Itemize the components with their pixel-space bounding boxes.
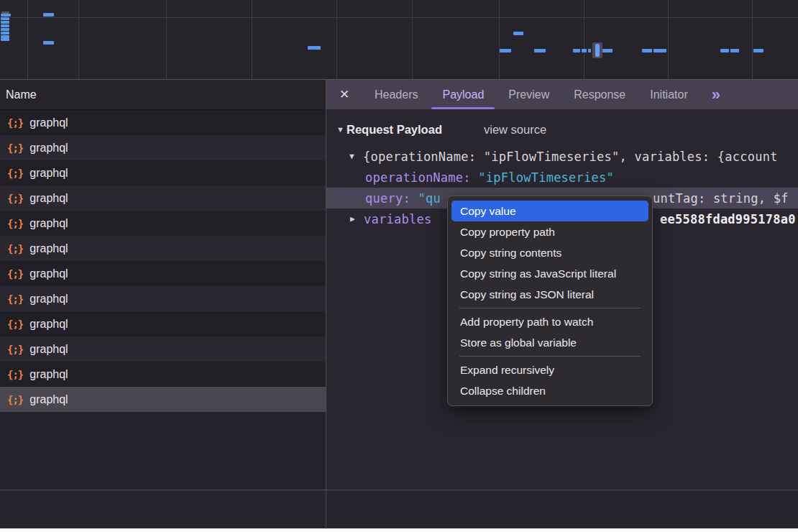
timeline-request-bar bbox=[588, 49, 591, 52]
request-payload-section-header: ▼ Request Payload view source bbox=[326, 119, 798, 140]
tab-headers[interactable]: Headers bbox=[362, 80, 430, 109]
json-braces-icon: {;} bbox=[7, 344, 23, 355]
json-braces-icon: {;} bbox=[7, 142, 23, 154]
request-row[interactable]: {;}graphql bbox=[0, 211, 326, 236]
timeline-request-bar bbox=[534, 49, 546, 52]
timeline-request-bar bbox=[1, 17, 9, 20]
context-menu: Copy valueCopy property pathCopy string … bbox=[447, 196, 653, 406]
request-name: graphql bbox=[29, 167, 68, 180]
tree-row-operation-name[interactable]: operationName: "ipFlowTimeseries" bbox=[326, 167, 798, 188]
timeline-request-bar bbox=[753, 49, 763, 52]
tab-response[interactable]: Response bbox=[561, 80, 638, 109]
timeline-gridline bbox=[0, 17, 798, 18]
request-name: graphql bbox=[29, 393, 68, 406]
menu-item-expand-recursively[interactable]: Expand recursively bbox=[451, 359, 648, 380]
detail-tab-bar: ✕ HeadersPayloadPreviewResponseInitiator… bbox=[326, 80, 798, 109]
request-name: graphql bbox=[29, 116, 68, 129]
close-detail-button[interactable]: ✕ bbox=[326, 80, 362, 109]
json-braces-icon: {;} bbox=[7, 268, 23, 280]
request-row[interactable]: {;}graphql bbox=[0, 311, 326, 336]
section-expand-icon[interactable]: ▼ bbox=[336, 125, 347, 134]
menu-item-copy-string-as-json-literal[interactable]: Copy string as JSON literal bbox=[451, 284, 648, 305]
request-list: {;}graphql{;}graphql{;}graphql{;}graphql… bbox=[0, 110, 326, 412]
menu-item-copy-string-as-javascript-literal[interactable]: Copy string as JavaScript literal bbox=[451, 263, 648, 284]
request-row[interactable]: {;}graphql bbox=[0, 160, 326, 185]
menu-item-collapse-children[interactable]: Collapse children bbox=[451, 380, 648, 401]
json-braces-icon: {;} bbox=[7, 369, 23, 380]
tab-preview[interactable]: Preview bbox=[496, 80, 561, 109]
timeline-gridline bbox=[412, 0, 413, 79]
timeline-request-bar bbox=[1, 21, 9, 24]
property-value-start: "qu bbox=[418, 191, 440, 206]
more-tabs-button[interactable]: » bbox=[700, 80, 732, 109]
screenshot-bottom-edge bbox=[0, 528, 798, 532]
chevron-double-right-icon: » bbox=[712, 86, 720, 104]
detail-tabs: HeadersPayloadPreviewResponseInitiator bbox=[362, 80, 700, 109]
property-value-tail: ee5588fdad995178a0 bbox=[660, 212, 796, 226]
timeline-request-bar bbox=[43, 41, 54, 45]
timeline-request-bar bbox=[1, 14, 11, 17]
json-braces-icon: {;} bbox=[7, 117, 23, 129]
json-braces-icon: {;} bbox=[7, 293, 23, 305]
section-title: Request Payload bbox=[347, 123, 442, 137]
timeline-gridline bbox=[752, 0, 753, 79]
request-name: graphql bbox=[29, 318, 68, 331]
timeline-request-bar bbox=[595, 44, 600, 57]
menu-separator bbox=[459, 356, 641, 357]
request-row[interactable]: {;}graphql bbox=[0, 387, 326, 412]
property-value-tail: untTag: string, $f bbox=[653, 191, 789, 206]
request-name: graphql bbox=[29, 192, 68, 205]
request-row[interactable]: {;}graphql bbox=[0, 261, 326, 286]
timeline-gridline bbox=[584, 0, 584, 79]
tab-payload[interactable]: Payload bbox=[430, 80, 496, 109]
close-icon: ✕ bbox=[339, 87, 349, 102]
timeline-request-bar bbox=[642, 49, 652, 52]
tree-row-root-preview[interactable]: ▼ {operationName: "ipFlowTimeseries", va… bbox=[326, 146, 798, 167]
timeline-request-bar bbox=[1, 24, 9, 27]
timeline-request-bar bbox=[582, 49, 587, 52]
request-row[interactable]: {;}graphql bbox=[0, 336, 326, 362]
timeline-gridline bbox=[668, 0, 669, 79]
request-name: graphql bbox=[29, 217, 68, 230]
json-braces-icon: {;} bbox=[7, 243, 23, 254]
network-overview-timeline[interactable] bbox=[0, 0, 798, 80]
request-row[interactable]: {;}graphql bbox=[0, 236, 326, 261]
timeline-request-bar bbox=[602, 49, 613, 52]
detail-panel-footer bbox=[326, 490, 798, 528]
menu-item-copy-value[interactable]: Copy value bbox=[451, 201, 648, 221]
network-main-split: Name {;}graphql{;}graphql{;}graphql{;}gr… bbox=[0, 80, 798, 528]
devtools-network-panel: Name {;}graphql{;}graphql{;}graphql{;}gr… bbox=[0, 0, 798, 532]
timeline-gridline bbox=[336, 0, 337, 79]
timeline-request-bar bbox=[1, 28, 9, 31]
request-row[interactable]: {;}graphql bbox=[0, 362, 326, 387]
collapse-arrow-icon[interactable]: ▶ bbox=[350, 214, 360, 224]
request-name: graphql bbox=[29, 343, 68, 356]
json-braces-icon: {;} bbox=[7, 168, 23, 179]
menu-item-store-as-global-variable[interactable]: Store as global variable bbox=[451, 332, 648, 353]
request-name: graphql bbox=[29, 293, 68, 306]
request-row[interactable]: {;}graphql bbox=[0, 135, 326, 160]
menu-item-copy-property-path[interactable]: Copy property path bbox=[451, 221, 648, 242]
name-column-label: Name bbox=[6, 88, 37, 101]
timeline-request-bar bbox=[730, 49, 739, 52]
request-row[interactable]: {;}graphql bbox=[0, 110, 326, 135]
timeline-gridline bbox=[27, 0, 28, 79]
request-row[interactable]: {;}graphql bbox=[0, 286, 326, 311]
tab-initiator[interactable]: Initiator bbox=[638, 80, 700, 109]
timeline-request-bar bbox=[573, 49, 580, 52]
menu-item-copy-string-contents[interactable]: Copy string contents bbox=[451, 242, 648, 263]
expand-arrow-icon[interactable]: ▼ bbox=[349, 152, 359, 161]
name-column-header[interactable]: Name bbox=[0, 80, 326, 110]
timeline-request-bar bbox=[1, 38, 9, 41]
timeline-gridline bbox=[166, 0, 167, 79]
request-name: graphql bbox=[29, 267, 68, 280]
timeline-gridline bbox=[78, 0, 79, 79]
property-key: query: bbox=[365, 191, 418, 206]
property-key: variables bbox=[364, 212, 431, 226]
timeline-request-bar bbox=[308, 46, 321, 50]
view-source-link[interactable]: view source bbox=[484, 123, 546, 137]
request-row[interactable]: {;}graphql bbox=[0, 185, 326, 211]
root-preview-text: {operationName: "ipFlowTimeseries", vari… bbox=[363, 150, 778, 164]
property-value: "ipFlowTimeseries" bbox=[478, 170, 614, 185]
menu-item-add-property-path-to-watch[interactable]: Add property path to watch bbox=[451, 311, 648, 332]
